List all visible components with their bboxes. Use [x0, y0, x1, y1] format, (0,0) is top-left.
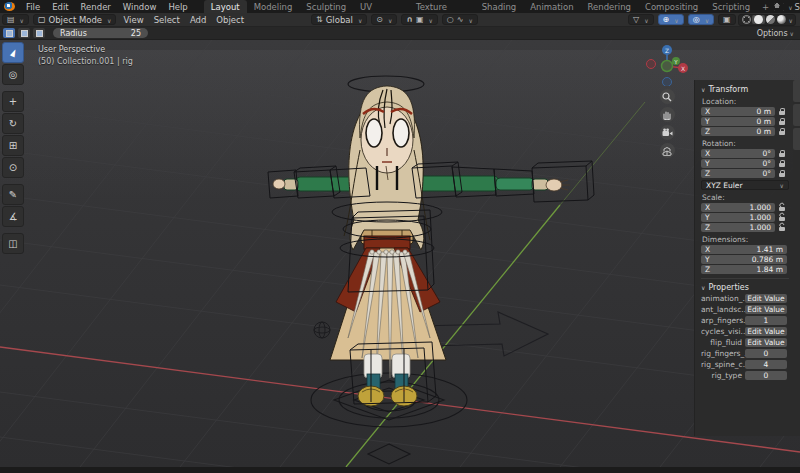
perspective-toggle-button[interactable] [660, 143, 675, 158]
edit-value-button[interactable]: Edit Value [745, 327, 787, 336]
rotation-z-field[interactable]: Z0° [701, 169, 775, 178]
scene-selector[interactable]: S [774, 2, 800, 12]
move-arrows-icon: + [9, 96, 17, 107]
sphere-empty-left[interactable] [314, 322, 330, 338]
radius-slider[interactable]: Radius 25 [53, 28, 148, 38]
property-value-field[interactable]: 0 [745, 349, 787, 358]
rotation-x-field[interactable]: X0° [701, 149, 775, 158]
zoom-button[interactable] [660, 89, 675, 104]
lock-icon[interactable] [779, 111, 785, 115]
3d-viewport[interactable]: User Perspective (50) Collection.001 | r… [0, 40, 800, 467]
properties-panel-header[interactable]: Properties [701, 283, 789, 292]
location-x-row: X0 m [701, 107, 789, 116]
lock-icon[interactable] [779, 121, 785, 125]
select-mode-extend-button[interactable] [18, 28, 30, 38]
rotation-mode-dropdown[interactable]: XYZ Euler [701, 180, 789, 190]
property-value-field[interactable]: 0 [745, 371, 787, 380]
unlock-icon[interactable] [779, 227, 785, 231]
tool-scale[interactable]: ⊞ [2, 135, 24, 156]
object-visibility-filter[interactable] [628, 14, 654, 25]
magnet-icon [406, 16, 413, 24]
tab-modeling[interactable]: Modeling [247, 0, 300, 13]
show-overlays-toggle[interactable] [688, 14, 714, 25]
dimensions-y-field[interactable]: Y0.786 m [701, 255, 787, 264]
location-y-field[interactable]: Y0 m [701, 117, 775, 126]
select-mode-subtract-button[interactable] [33, 28, 45, 38]
xray-toggle[interactable] [718, 14, 736, 25]
transform-orientation-selector[interactable]: Global [311, 14, 367, 25]
scale-y-field[interactable]: Y1.000 [701, 213, 775, 222]
dimensions-x-field[interactable]: X1.41 m [701, 245, 787, 254]
orientation-icon [316, 16, 323, 24]
tab-shading[interactable]: Shading [475, 0, 524, 13]
property-value-field[interactable]: 4 [745, 360, 787, 369]
shading-mode-switch [738, 14, 796, 26]
menu-file[interactable]: File [20, 2, 46, 12]
solid-shading-button[interactable] [754, 15, 763, 24]
property-value-field[interactable]: 1 [745, 316, 787, 325]
lock-icon[interactable] [779, 153, 785, 157]
rendered-shading-button[interactable] [777, 15, 786, 24]
menu-render[interactable]: Render [75, 2, 117, 12]
tool-annotate[interactable]: ✎ [2, 184, 24, 205]
tool-select-box[interactable]: ► [2, 42, 24, 63]
show-gizmo-toggle[interactable] [658, 14, 684, 25]
tab-rendering[interactable]: Rendering [581, 0, 638, 13]
tab-scripting[interactable]: Scripting [705, 0, 757, 13]
menu-window[interactable]: Window [117, 2, 163, 12]
lock-icon[interactable] [779, 173, 785, 177]
root-control-circles[interactable] [311, 373, 467, 464]
pan-button[interactable] [660, 107, 675, 122]
chevron-down-icon [703, 15, 709, 25]
menu-view[interactable]: View [118, 15, 148, 25]
dimensions-z-field[interactable]: Z1.84 m [701, 265, 787, 274]
transform-panel-header[interactable]: Transform [701, 85, 789, 94]
lock-icon[interactable] [779, 163, 785, 167]
tool-move[interactable]: + [2, 91, 24, 112]
tab-uv-editing[interactable]: UV Editing [353, 0, 409, 13]
wireframe-shading-button[interactable] [742, 15, 751, 24]
select-mode-new-button[interactable] [3, 28, 15, 38]
scale-x-field[interactable]: X1.000 [701, 203, 775, 212]
tool-transform[interactable]: ⊙ [2, 157, 24, 178]
menu-object[interactable]: Object [211, 15, 249, 25]
tool-measure[interactable]: ∡ [2, 206, 24, 227]
edit-value-button[interactable]: Edit Value [745, 294, 787, 303]
options-button[interactable]: Options [757, 29, 794, 38]
tool-3d-cursor[interactable]: ◎ [2, 64, 24, 85]
add-workspace-button[interactable]: + [757, 2, 774, 12]
blender-logo-icon[interactable] [4, 2, 15, 11]
tab-animation[interactable]: Animation [523, 0, 580, 13]
mode-selector[interactable]: Object Mode [33, 14, 117, 25]
camera-view-button[interactable] [660, 125, 675, 140]
sidebar-tab-item[interactable] [793, 80, 800, 102]
editor-type-selector[interactable] [2, 14, 29, 25]
material-preview-button[interactable] [766, 15, 775, 24]
tab-compositing[interactable]: Compositing [638, 0, 705, 13]
location-x-field[interactable]: X0 m [701, 107, 775, 116]
unlock-icon[interactable] [779, 207, 785, 211]
menu-edit[interactable]: Edit [46, 2, 74, 12]
menu-select[interactable]: Select [149, 15, 185, 25]
sidebar-tab-view[interactable] [793, 128, 800, 150]
scale-z-field[interactable]: Z1.000 [701, 223, 775, 232]
menu-add[interactable]: Add [185, 15, 211, 25]
orientation-gizmo[interactable]: Z X Y [645, 42, 689, 86]
lock-icon[interactable] [779, 131, 785, 135]
tool-add-cube[interactable]: ◫ [2, 233, 24, 254]
tab-sculpting[interactable]: Sculpting [299, 0, 353, 13]
sidebar-tab-tool[interactable] [793, 104, 800, 126]
snapping-controls[interactable] [401, 14, 437, 25]
tool-rotate[interactable]: ↻ [2, 113, 24, 134]
scene-name-truncated: S [795, 2, 800, 12]
tab-texture-paint[interactable]: Texture Paint [409, 0, 475, 13]
location-z-field[interactable]: Z0 m [701, 127, 775, 136]
rotation-y-field[interactable]: Y0° [701, 159, 775, 168]
menu-help[interactable]: Help [162, 2, 193, 12]
edit-value-button[interactable]: Edit Value [745, 305, 787, 314]
pivot-point-selector[interactable] [371, 14, 397, 25]
unlock-icon[interactable] [779, 217, 785, 221]
edit-value-button[interactable]: Edit Value [745, 338, 787, 347]
proportional-editing-controls[interactable] [442, 14, 478, 25]
tab-layout[interactable]: Layout [204, 0, 247, 13]
